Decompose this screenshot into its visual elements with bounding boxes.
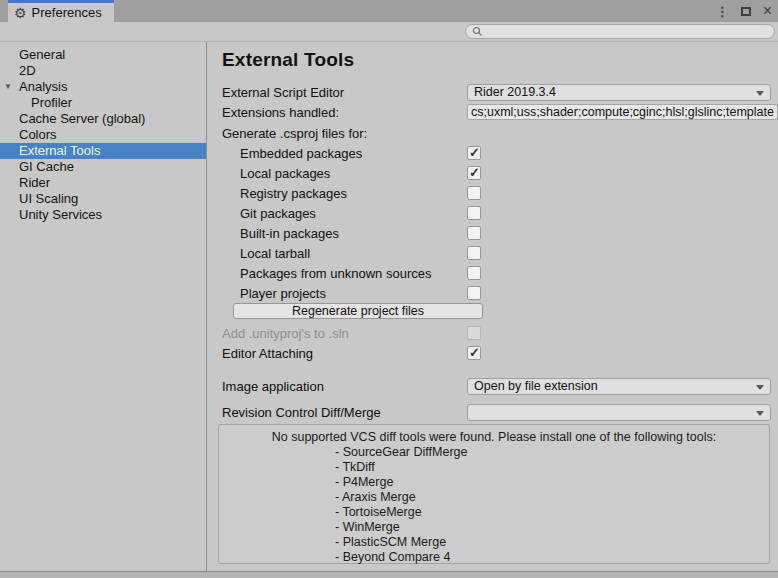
checkbox-row: Local tarball <box>222 243 778 263</box>
search-input[interactable] <box>465 24 775 39</box>
main-panel: External Tools External Script Editor Ri… <box>207 42 778 571</box>
check-icon: ✓ <box>469 145 480 160</box>
window-controls: ⋮ × <box>716 0 772 22</box>
local-packages-label: Local packages <box>222 166 467 181</box>
check-icon: ✓ <box>469 345 480 360</box>
sidebar-item-colors[interactable]: Colors <box>0 127 206 143</box>
registry-packages-label: Registry packages <box>222 186 467 201</box>
sidebar-item-rider[interactable]: Rider <box>0 175 206 191</box>
embedded-packages-label: Embedded packages <box>222 146 467 161</box>
regenerate-row: Regenerate project files <box>222 303 778 323</box>
sidebar-item-cache-server[interactable]: Cache Server (global) <box>0 111 206 127</box>
builtin-packages-checkbox[interactable] <box>467 226 481 240</box>
builtin-packages-label: Built-in packages <box>222 226 467 241</box>
dropdown-value: Open by file extension <box>474 379 598 393</box>
foldout-open-icon[interactable]: ▼ <box>4 79 12 95</box>
checkbox-row: Built-in packages <box>222 223 778 243</box>
sidebar-item-2d[interactable]: 2D <box>0 63 206 79</box>
maximize-icon[interactable] <box>741 7 751 16</box>
generate-csproj-row: Generate .csproj files for: <box>222 123 778 143</box>
extensions-handled-label: Extensions handled: <box>222 105 467 120</box>
sidebar-item-gi-cache[interactable]: GI Cache <box>0 159 206 175</box>
help-tool-item: - P4Merge <box>335 475 769 490</box>
checkbox-row: Local packages ✓ <box>222 163 778 183</box>
editor-attaching-checkbox[interactable]: ✓ <box>467 346 481 360</box>
checkbox-row: Git packages <box>222 203 778 223</box>
search-icon <box>472 26 483 37</box>
help-message: No supported VCS diff tools were found. … <box>219 430 769 445</box>
local-tarball-checkbox[interactable] <box>467 246 481 260</box>
checkbox-row: Player projects <box>222 283 778 303</box>
checkbox-row: Embedded packages ✓ <box>222 143 778 163</box>
external-script-editor-row: External Script Editor Rider 2019.3.4 <box>222 82 778 102</box>
unknown-sources-checkbox[interactable] <box>467 266 481 280</box>
sidebar-item-label: Analysis <box>19 79 67 94</box>
external-script-editor-dropdown[interactable]: Rider 2019.3.4 <box>467 84 771 101</box>
editor-attaching-row: Editor Attaching ✓ <box>222 343 778 363</box>
chevron-down-icon <box>756 411 764 416</box>
checkbox-row: Registry packages <box>222 183 778 203</box>
dropdown-value: Rider 2019.3.4 <box>474 85 556 99</box>
external-script-editor-label: External Script Editor <box>222 85 467 100</box>
add-unityproj-label: Add .unityproj's to .sln <box>222 326 467 341</box>
body: General 2D ▼Analysis Profiler Cache Serv… <box>0 42 778 571</box>
sidebar-item-analysis[interactable]: ▼Analysis <box>0 79 206 95</box>
image-application-dropdown[interactable]: Open by file extension <box>467 378 771 395</box>
add-unityproj-checkbox <box>467 326 481 340</box>
registry-packages-checkbox[interactable] <box>467 186 481 200</box>
help-tool-item: - TkDiff <box>335 460 769 475</box>
close-icon[interactable]: × <box>763 3 772 19</box>
chevron-down-icon <box>756 91 764 96</box>
window-bottom-strip <box>0 571 778 578</box>
checkbox-row: Packages from unknown sources <box>222 263 778 283</box>
sidebar-item-external-tools[interactable]: External Tools <box>0 143 206 159</box>
chevron-down-icon <box>756 385 764 390</box>
editor-attaching-label: Editor Attaching <box>222 346 467 361</box>
menu-kebab-icon[interactable]: ⋮ <box>716 4 729 19</box>
help-tool-item: - PlasticSCM Merge <box>335 535 769 550</box>
sidebar-item-profiler[interactable]: Profiler <box>0 95 206 111</box>
git-packages-label: Git packages <box>222 206 467 221</box>
image-application-label: Image application <box>222 379 467 394</box>
preferences-window: ⚙ Preferences ⋮ × General 2D ▼Analysis P… <box>0 0 778 578</box>
help-tool-item: - TortoiseMerge <box>335 505 769 520</box>
image-application-row: Image application Open by file extension <box>222 376 778 396</box>
local-tarball-label: Local tarball <box>222 246 467 261</box>
revision-control-row: Revision Control Diff/Merge <box>222 402 778 422</box>
help-tool-item: - SourceGear DiffMerge <box>335 445 769 460</box>
extensions-handled-row: Extensions handled: cs;uxml;uss;shader;c… <box>222 102 778 122</box>
add-unityproj-row: Add .unityproj's to .sln <box>222 323 778 343</box>
title-bar: ⚙ Preferences ⋮ × <box>0 0 778 22</box>
extensions-handled-input[interactable]: cs;uxml;uss;shader;compute;cginc;hlsl;gl… <box>467 104 778 120</box>
local-packages-checkbox[interactable]: ✓ <box>467 166 481 180</box>
help-tool-item: - WinMerge <box>335 520 769 535</box>
sidebar-item-unity-services[interactable]: Unity Services <box>0 207 206 223</box>
toolbar <box>0 22 778 42</box>
tab-title: Preferences <box>32 5 102 20</box>
gear-icon: ⚙ <box>14 6 27 20</box>
page-title: External Tools <box>222 48 778 72</box>
unknown-sources-label: Packages from unknown sources <box>222 266 467 281</box>
embedded-packages-checkbox[interactable]: ✓ <box>467 146 481 160</box>
tab-preferences[interactable]: ⚙ Preferences <box>8 0 114 22</box>
sidebar-item-ui-scaling[interactable]: UI Scaling <box>0 191 206 207</box>
sidebar-item-general[interactable]: General <box>0 47 206 63</box>
help-tool-list: - SourceGear DiffMerge - TkDiff - P4Merg… <box>335 445 769 565</box>
generate-csproj-label: Generate .csproj files for: <box>222 126 467 141</box>
vcs-help-box: No supported VCS diff tools were found. … <box>218 424 770 564</box>
check-icon: ✓ <box>469 165 480 180</box>
player-projects-checkbox[interactable] <box>467 286 481 300</box>
git-packages-checkbox[interactable] <box>467 206 481 220</box>
sidebar: General 2D ▼Analysis Profiler Cache Serv… <box>0 42 207 571</box>
regenerate-project-files-button[interactable]: Regenerate project files <box>233 303 483 319</box>
help-tool-item: - Beyond Compare 4 <box>335 550 769 565</box>
help-tool-item: - Araxis Merge <box>335 490 769 505</box>
revision-control-label: Revision Control Diff/Merge <box>222 405 467 420</box>
revision-control-dropdown[interactable] <box>467 404 771 421</box>
player-projects-label: Player projects <box>222 286 467 301</box>
